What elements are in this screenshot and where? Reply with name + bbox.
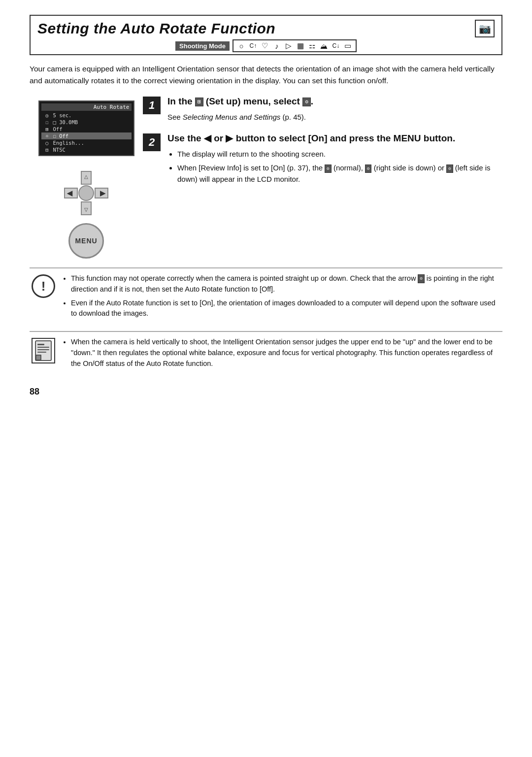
dpad-left: ◀ [64, 188, 78, 198]
info-bullets: When the camera is held vertically to sh… [62, 337, 500, 372]
mode-icon-c1: C↑ [248, 42, 258, 49]
svg-rect-2 [37, 347, 49, 348]
dpad-up: △ [81, 171, 92, 185]
setup-menu-icon: ⊞ [195, 98, 203, 106]
right-down-icon: ⚙ [365, 165, 371, 173]
menu-row-6-label: NTSC [53, 147, 66, 153]
menu-row-4-label: ☐ Off [53, 133, 69, 139]
mode-icon-c2: C↓ [331, 42, 341, 49]
page-number: 88 [30, 387, 502, 397]
menu-row-5: ○ English... [41, 139, 132, 146]
dpad-right-label: ▶ [100, 189, 105, 197]
shooting-mode-label: Shooting Mode [175, 41, 230, 51]
step-2-content: Use the ◀ or ▶ button to select [On] and… [167, 132, 502, 188]
mode-icon-bars: ⚏ [307, 41, 317, 50]
page-title: Setting the Auto Rotate Function [37, 20, 275, 37]
info-bullet-1: When the camera is held vertically to sh… [71, 337, 500, 369]
dpad-container: △ ▽ ◀ ▶ MENU [64, 171, 108, 259]
warning-icon: ! [32, 274, 55, 298]
svg-rect-3 [37, 349, 49, 350]
menu-row-1-label: 5 sec. [53, 112, 72, 118]
mode-icon-music: ♪ [272, 42, 282, 50]
menu-row-1-icon: ◎ [43, 112, 51, 118]
warning-bullets: This function may not operate correctly … [62, 273, 500, 322]
step-1: 1 In the ⊞ (Set up) menu, select ⚙. See … [143, 96, 502, 123]
mode-icon-grid: ▦ [296, 41, 305, 50]
menu-screen-header: Auto Rotate [41, 103, 132, 111]
info-icon-svg [34, 340, 52, 362]
main-content: Auto Rotate ◎ 5 sec. ☐ □ 30.0MB ⊞ Off ☼ … [30, 96, 502, 259]
dpad-down-label: ▽ [84, 207, 88, 212]
intro-text: Your camera is equipped with an Intellig… [30, 63, 502, 87]
menu-row-3-label: Off [53, 126, 63, 132]
dpad-up-label: △ [84, 174, 88, 179]
step-1-ref: Selecting Menus and Settings [183, 113, 280, 121]
step-2: 2 Use the ◀ or ▶ button to select [On] a… [143, 132, 502, 188]
step-2-title: Use the ◀ or ▶ button to select [On] and… [167, 132, 502, 145]
menu-screen-illustration: Auto Rotate ◎ 5 sec. ☐ □ 30.0MB ⊞ Off ☼ … [38, 100, 134, 156]
arrow-icon: ⚙ [418, 274, 424, 283]
mode-icon-play: ▷ [284, 41, 294, 50]
menu-row-3-icon: ⊞ [43, 126, 51, 132]
step-2-bullet-1: The display will return to the shooting … [177, 149, 502, 160]
menu-row-3: ⊞ Off [41, 126, 132, 132]
menu-row-6-icon: ⊟ [43, 147, 51, 153]
left-column: Auto Rotate ◎ 5 sec. ☐ □ 30.0MB ⊞ Off ☼ … [30, 96, 143, 259]
svg-rect-4 [37, 352, 46, 353]
menu-row-5-icon: ○ [43, 140, 51, 146]
step-2-number: 2 [143, 133, 161, 151]
dpad-center [78, 185, 94, 201]
info-icon [32, 338, 55, 363]
dpad-down: ▽ [81, 201, 92, 215]
step-1-title: In the ⊞ (Set up) menu, select ⚙. [167, 96, 502, 108]
mode-icon-auto: ○ [236, 42, 246, 50]
header-title-row: Setting the Auto Rotate Function 📷 [37, 20, 495, 37]
mode-icons-box: ○ C↑ ♡ ♪ ▷ ▦ ⚏ ⛰ C↓ ▭ [233, 39, 357, 52]
mode-icon-heart: ♡ [260, 41, 270, 50]
shooting-mode-row: Shooting Mode ○ C↑ ♡ ♪ ▷ ▦ ⚏ ⛰ C↓ ▭ [37, 39, 495, 52]
step-1-number: 1 [143, 97, 161, 114]
mode-icon-rect: ▭ [343, 41, 353, 50]
warning-bullet-1: This function may not operate correctly … [71, 273, 500, 295]
warning-bullet-2: Even if the Auto Rotate function is set … [71, 298, 500, 320]
right-column: 1 In the ⊞ (Set up) menu, select ⚙. See … [143, 96, 502, 259]
step-2-bullet-2: When [Review Info] is set to [On] (p. 37… [177, 163, 502, 185]
divider-warning [30, 267, 502, 268]
dpad-right: ▶ [95, 188, 108, 198]
camera-icon-box: 📷 [475, 20, 495, 37]
divider-info [30, 331, 502, 332]
camera-icon: 📷 [479, 23, 491, 34]
left-down-icon: ⚙ [446, 165, 453, 173]
svg-rect-6 [36, 356, 40, 360]
menu-row-5-label: English... [53, 140, 84, 146]
warning-section: ! This function may not operate correctl… [30, 273, 502, 322]
menu-row-2-icon: ☐ [43, 119, 51, 125]
dpad-left-label: ◀ [67, 189, 72, 197]
dpad: △ ▽ ◀ ▶ [64, 171, 108, 215]
menu-button-label: MENU [75, 237, 97, 245]
menu-row-4: ☼ ☐ Off [41, 132, 132, 139]
auto-rotate-icon: ⚙ [302, 98, 311, 106]
menu-row-6: ⊟ NTSC [41, 146, 132, 153]
menu-row-2: ☐ □ 30.0MB [41, 119, 132, 126]
menu-button-illustration: MENU [68, 223, 104, 259]
normal-icon: ⚙ [325, 165, 331, 173]
mode-icon-mountain: ⛰ [319, 42, 329, 50]
header-box: Setting the Auto Rotate Function 📷 Shoot… [30, 15, 502, 55]
step-1-desc: See Selecting Menus and Settings (p. 45)… [167, 112, 502, 123]
step-2-bullets: The display will return to the shooting … [167, 149, 502, 185]
menu-row-2-label: □ 30.0MB [53, 119, 78, 125]
menu-row-4-icon: ☼ [43, 133, 51, 139]
menu-row-1: ◎ 5 sec. [41, 112, 132, 119]
svg-rect-1 [37, 344, 44, 345]
info-section: When the camera is held vertically to sh… [30, 337, 502, 372]
step-1-content: In the ⊞ (Set up) menu, select ⚙. See Se… [167, 96, 502, 123]
